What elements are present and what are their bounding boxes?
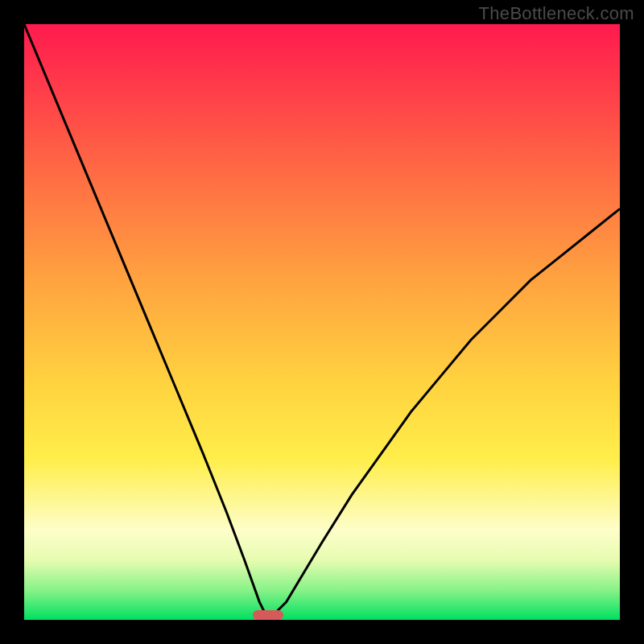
- chart-frame: TheBottleneck.com: [0, 0, 644, 644]
- bottleneck-curve: [24, 24, 620, 620]
- curve-path: [24, 24, 620, 620]
- minimum-marker: [253, 610, 283, 620]
- watermark-text: TheBottleneck.com: [479, 3, 634, 24]
